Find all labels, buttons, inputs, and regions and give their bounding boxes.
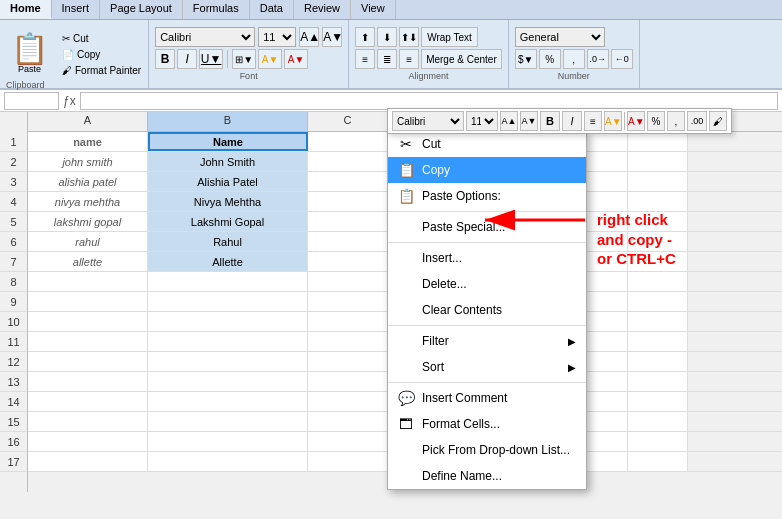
cell-b5[interactable]: Lakshmi Gopal	[148, 212, 308, 231]
merge-center-button[interactable]: Merge & Center	[421, 49, 502, 69]
row-header-8[interactable]: 8	[0, 272, 27, 292]
align-right-button[interactable]: ≡	[399, 49, 419, 69]
cell-reference-input[interactable]: B1	[4, 92, 59, 110]
tab-review[interactable]: Review	[294, 0, 351, 19]
mini-italic-button[interactable]: I	[562, 111, 582, 131]
underline-button[interactable]: U▼	[199, 49, 223, 69]
percent-button[interactable]: %	[539, 49, 561, 69]
currency-button[interactable]: $▼	[515, 49, 537, 69]
wrap-text-button[interactable]: Wrap Text	[421, 27, 478, 47]
col-header-a[interactable]: A	[28, 112, 148, 131]
format-painter-button[interactable]: 🖌 Format Painter	[59, 64, 144, 77]
mini-align-button[interactable]: ≡	[584, 111, 602, 131]
copy-button[interactable]: 📄 Copy	[59, 48, 144, 61]
cell-a3[interactable]: alishia patel	[28, 172, 148, 191]
align-top-button[interactable]: ⬆	[355, 27, 375, 47]
cell-a4[interactable]: nivya mehtha	[28, 192, 148, 211]
cell-a6[interactable]: rahul	[28, 232, 148, 251]
row-header-3[interactable]: 3	[0, 172, 27, 192]
cell-c5[interactable]	[308, 212, 388, 231]
align-center-button[interactable]: ≣	[377, 49, 397, 69]
context-menu-item-insert[interactable]: Insert...	[388, 245, 586, 271]
row-header-12[interactable]: 12	[0, 352, 27, 372]
row-header-13[interactable]: 13	[0, 372, 27, 392]
mini-percent-button[interactable]: %	[647, 111, 665, 131]
context-menu-item-comment[interactable]: 💬 Insert Comment	[388, 385, 586, 411]
cell-b2[interactable]: John Smith	[148, 152, 308, 171]
row-header-17[interactable]: 17	[0, 452, 27, 472]
mini-font-select[interactable]: Calibri	[392, 111, 464, 131]
context-menu-item-sort[interactable]: Sort	[388, 354, 586, 380]
context-menu-item-delete[interactable]: Delete...	[388, 271, 586, 297]
tab-insert[interactable]: Insert	[52, 0, 101, 19]
cut-button[interactable]: ✂ Cut	[59, 32, 144, 45]
cell-b4[interactable]: Nivya Mehtha	[148, 192, 308, 211]
border-button[interactable]: ⊞▼	[232, 49, 256, 69]
cell-c2[interactable]	[308, 152, 388, 171]
tab-home[interactable]: Home	[0, 0, 52, 19]
font-shrink-button[interactable]: A▼	[322, 27, 342, 47]
context-menu-item-pick-dropdown[interactable]: Pick From Drop-down List...	[388, 437, 586, 463]
row-header-5[interactable]: 5	[0, 212, 27, 232]
cell-h4[interactable]	[628, 192, 688, 211]
mini-font-color-button[interactable]: A▼	[627, 111, 645, 131]
cell-c6[interactable]	[308, 232, 388, 251]
number-format-select[interactable]: General	[515, 27, 605, 47]
row-header-1[interactable]: 1	[0, 132, 27, 152]
context-menu-item-paste-options[interactable]: 📋 Paste Options:	[388, 183, 586, 209]
row-header-4[interactable]: 4	[0, 192, 27, 212]
bold-button[interactable]: B	[155, 49, 175, 69]
cell-a5[interactable]: lakshmi gopal	[28, 212, 148, 231]
italic-button[interactable]: I	[177, 49, 197, 69]
cell-a7[interactable]: allette	[28, 252, 148, 271]
row-header-10[interactable]: 10	[0, 312, 27, 332]
context-menu-item-define-name[interactable]: Define Name...	[388, 463, 586, 489]
cell-a1[interactable]: name	[28, 132, 148, 151]
col-header-b[interactable]: B	[148, 112, 308, 131]
mini-format-button[interactable]: 🖌	[709, 111, 727, 131]
font-color-button[interactable]: A▼	[284, 49, 308, 69]
cell-h2[interactable]	[628, 152, 688, 171]
context-menu-item-cut[interactable]: ✂ Cut	[388, 131, 586, 157]
context-menu-item-filter[interactable]: Filter	[388, 328, 586, 354]
row-header-9[interactable]: 9	[0, 292, 27, 312]
font-grow-button[interactable]: A▲	[299, 27, 319, 47]
col-header-c[interactable]: C	[308, 112, 388, 131]
mini-bold-button[interactable]: B	[540, 111, 560, 131]
decrease-decimal-button[interactable]: ←0	[611, 49, 633, 69]
mini-decimal-button[interactable]: .00	[687, 111, 707, 131]
mini-font-grow-button[interactable]: A▲	[500, 111, 518, 131]
row-header-11[interactable]: 11	[0, 332, 27, 352]
font-size-select[interactable]: 11	[258, 27, 296, 47]
cell-h3[interactable]	[628, 172, 688, 191]
context-menu-item-clear[interactable]: Clear Contents	[388, 297, 586, 323]
align-bottom-button[interactable]: ⬆⬇	[399, 27, 419, 47]
context-menu-item-format-cells[interactable]: 🗔 Format Cells...	[388, 411, 586, 437]
increase-decimal-button[interactable]: .0→	[587, 49, 609, 69]
cell-b7[interactable]: Allette	[148, 252, 308, 271]
cell-c1[interactable]	[308, 132, 388, 151]
mini-size-select[interactable]: 11	[466, 111, 498, 131]
tab-page-layout[interactable]: Page Layout	[100, 0, 183, 19]
row-header-6[interactable]: 6	[0, 232, 27, 252]
cell-b3[interactable]: Alishia Patel	[148, 172, 308, 191]
row-header-2[interactable]: 2	[0, 152, 27, 172]
tab-view[interactable]: View	[351, 0, 396, 19]
row-header-15[interactable]: 15	[0, 412, 27, 432]
cell-h1[interactable]	[628, 132, 688, 151]
tab-data[interactable]: Data	[250, 0, 294, 19]
cell-b6[interactable]: Rahul	[148, 232, 308, 251]
context-menu-item-copy[interactable]: 📋 Copy	[388, 157, 586, 183]
context-menu-item-paste-special[interactable]: Paste Special...	[388, 214, 586, 240]
cell-a2[interactable]: john smith	[28, 152, 148, 171]
font-name-select[interactable]: Calibri	[155, 27, 255, 47]
row-header-16[interactable]: 16	[0, 432, 27, 452]
cell-c4[interactable]	[308, 192, 388, 211]
paste-button[interactable]: 📋 Paste	[4, 22, 55, 86]
formula-input[interactable]: =PROPER(A1)	[80, 92, 778, 110]
mini-comma-button[interactable]: ,	[667, 111, 685, 131]
mini-font-shrink-button[interactable]: A▼	[520, 111, 538, 131]
row-header-14[interactable]: 14	[0, 392, 27, 412]
cell-c7[interactable]	[308, 252, 388, 271]
align-middle-button[interactable]: ⬇	[377, 27, 397, 47]
